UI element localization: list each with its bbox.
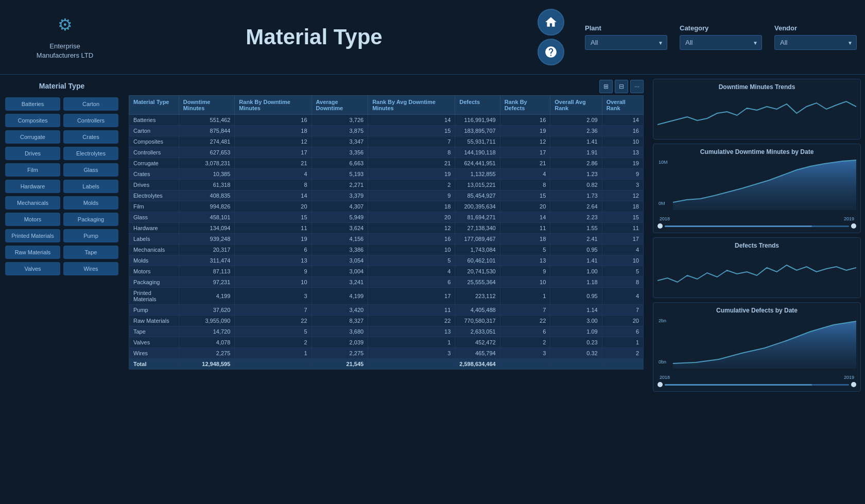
table-cell: 9	[368, 190, 455, 201]
y-min-label: 0M	[659, 201, 665, 206]
sidebar-btn-raw-materials[interactable]: Raw Materials	[5, 246, 60, 259]
table-cell: 3	[368, 348, 455, 359]
svg-marker-1	[673, 160, 856, 210]
sidebar-btn-printed-materials[interactable]: Printed Materials	[5, 229, 60, 242]
filter-toolbar-button[interactable]: ⊞	[599, 80, 613, 93]
table-cell: 3,726	[312, 115, 368, 126]
table-row: Printed Materials4,19934,19917223,11210.…	[129, 288, 644, 305]
grid-toolbar-button[interactable]: ⊟	[615, 80, 628, 93]
downtime-trends-chart	[658, 94, 856, 135]
home-button[interactable]	[538, 9, 564, 36]
table-cell: 16	[500, 115, 550, 126]
table-cell: 1	[602, 337, 643, 348]
sidebar-btn-crates[interactable]: Crates	[63, 130, 118, 144]
table-cell: 15	[235, 212, 312, 223]
sidebar-btn-labels[interactable]: Labels	[63, 180, 118, 193]
col-header[interactable]: Material Type	[129, 96, 179, 115]
cumulative-defects-x-labels: 2018 2019	[658, 375, 856, 380]
table-cell: 1	[235, 348, 312, 359]
table-cell: 85,454,927	[455, 190, 500, 201]
sidebar-btn-hardware[interactable]: Hardware	[5, 180, 60, 193]
table-cell: 1.55	[550, 223, 602, 234]
col-header[interactable]: Overall Rank	[602, 96, 643, 115]
col-header[interactable]: Rank By Defects	[500, 96, 550, 115]
sidebar-btn-drives[interactable]: Drives	[5, 147, 60, 160]
sidebar-btn-motors[interactable]: Motors	[5, 213, 60, 226]
table-row: Labels939,248194,15616177,089,467182.411…	[129, 234, 644, 245]
col-header[interactable]: Overall Avg Rank	[550, 96, 602, 115]
sidebar-btn-film[interactable]: Film	[5, 163, 60, 177]
table-cell: 116,991,949	[455, 115, 500, 126]
table-cell: 994,826	[179, 201, 235, 212]
table-cell: 8	[602, 277, 643, 288]
table-cell: 17	[235, 147, 312, 158]
table-cell: 6	[602, 326, 643, 337]
table-cell: 134,094	[179, 223, 235, 234]
table-cell: 4	[602, 288, 643, 305]
table-cell: 1.73	[550, 190, 602, 201]
sidebar-btn-molds[interactable]: Molds	[63, 196, 118, 210]
sidebar-btn-packaging[interactable]: Packaging	[63, 213, 118, 226]
table-cell: 2,275	[179, 348, 235, 359]
sidebar-btn-valves[interactable]: Valves	[5, 262, 60, 275]
table-cell: 10	[500, 277, 550, 288]
sidebar-buttons: BatteriesCartonCompositesControllersCorr…	[5, 97, 118, 275]
cumulative-downtime-slider[interactable]	[658, 223, 856, 229]
more-toolbar-button[interactable]: ···	[630, 80, 644, 93]
slider-track	[665, 225, 849, 227]
col-header[interactable]: Downtime Minutes	[179, 96, 235, 115]
table-cell: 87,113	[179, 266, 235, 277]
table-cell: 10	[368, 245, 455, 255]
table-cell: 11	[368, 305, 455, 316]
table-cell: 14	[235, 190, 312, 201]
sidebar-btn-glass[interactable]: Glass	[63, 163, 118, 177]
sidebar-btn-mechanicals[interactable]: Mechanicals	[5, 196, 60, 210]
table-cell: 13	[500, 255, 550, 266]
sidebar-btn-composites[interactable]: Composites	[5, 114, 60, 127]
table-cell: 1	[368, 337, 455, 348]
sidebar-btn-wires[interactable]: Wires	[63, 262, 118, 275]
table-cell: 17	[500, 147, 550, 158]
table-cell: 3,420	[312, 305, 368, 316]
category-select-wrapper: All	[680, 35, 762, 50]
table-cell: Film	[129, 201, 179, 212]
table-cell: 551,462	[179, 115, 235, 126]
table-cell: 2	[235, 337, 312, 348]
table-cell: 18	[602, 201, 643, 212]
col-header[interactable]: Average Downtime	[312, 96, 368, 115]
col-header[interactable]: Rank By Avg Downtime Minutes	[368, 96, 455, 115]
cumulative-defects-chart: 2bn 0bn	[658, 317, 856, 374]
sidebar-btn-batteries[interactable]: Batteries	[5, 97, 60, 111]
table-row: Electrolytes408,835143,379985,454,927151…	[129, 190, 644, 201]
table-cell: 13	[602, 147, 643, 158]
table-cell: 0.82	[550, 180, 602, 190]
slider-left-dot	[658, 223, 663, 229]
table-cell: 0.95	[550, 245, 602, 255]
vendor-select[interactable]: All	[774, 35, 857, 50]
sidebar-btn-tape[interactable]: Tape	[63, 246, 118, 259]
table-cell: 2	[602, 348, 643, 359]
col-header[interactable]: Defects	[455, 96, 500, 115]
table-row: Packaging97,231103,241625,555,364101.188	[129, 277, 644, 288]
table-cell: Printed Materials	[129, 288, 179, 305]
table-cell: 1	[500, 288, 550, 305]
col-header[interactable]: Rank By Downtime Minutes	[235, 96, 312, 115]
table-cell: 3,078,231	[179, 158, 235, 169]
table-row: Film994,826204,30718200,395,634202.6418	[129, 201, 644, 212]
table-cell: 144,190,118	[455, 147, 500, 158]
sidebar-btn-carton[interactable]: Carton	[63, 97, 118, 111]
table-cell: 12	[235, 136, 312, 147]
sidebar-btn-pump[interactable]: Pump	[63, 229, 118, 242]
category-select[interactable]: All	[680, 35, 762, 50]
vendor-filter-group: Vendor All	[774, 24, 857, 50]
sidebar-btn-controllers[interactable]: Controllers	[63, 114, 118, 127]
table-cell: 3	[235, 288, 312, 305]
right-panel: Downtime Minutes Trends Cumulative Downt…	[649, 75, 865, 504]
help-button[interactable]	[538, 39, 564, 65]
plant-select[interactable]: All	[585, 35, 667, 50]
downtime-trends-title: Downtime Minutes Trends	[658, 83, 856, 91]
table-cell: Wires	[129, 348, 179, 359]
sidebar-btn-electrolytes[interactable]: Electrolytes	[63, 147, 118, 160]
cumulative-defects-slider[interactable]	[658, 382, 856, 387]
sidebar-btn-corrugate[interactable]: Corrugate	[5, 130, 60, 144]
